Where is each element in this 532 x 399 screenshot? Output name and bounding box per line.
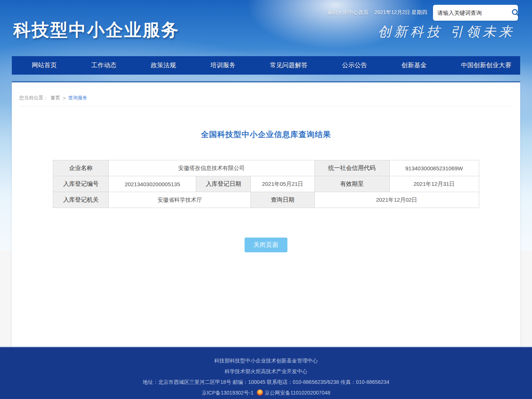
query-result-table: 企业名称 安徽塔孜信息技术有限公司 统一社会信用代码 9134030008523… (53, 160, 479, 208)
registration-number-value: 202134030200005135 (109, 176, 196, 192)
top-bar: 返回火炬中心首页 2021年12月2日 星期四 (327, 4, 518, 21)
breadcrumb-divider (19, 106, 513, 106)
registration-authority-label: 入库登记机关 (53, 192, 109, 208)
police-record-link[interactable]: 京公网安备11010202007048 (265, 390, 330, 396)
back-to-torch-home-link[interactable]: 返回火炬中心首页 (327, 9, 369, 16)
page-title: 全国科技型中小企业信息库查询结果 (12, 129, 520, 140)
nav-item-work-news[interactable]: 工作动态 (88, 56, 120, 75)
site-slogan: 创新科技 引领未来 (378, 23, 515, 41)
current-date: 2021年12月2日 星期四 (375, 9, 427, 16)
registration-date-label: 入库登记日期 (196, 176, 251, 192)
magnifier-icon[interactable] (511, 8, 520, 17)
registration-date-value: 2021年05月21日 (251, 176, 314, 192)
search-box (433, 5, 518, 21)
nav-item-announcements[interactable]: 公示公告 (338, 56, 371, 75)
query-date-label: 查询日期 (251, 192, 314, 208)
nav-item-policies[interactable]: 政策法规 (147, 56, 180, 75)
valid-until-value: 2021年12月31日 (389, 176, 479, 192)
enterprise-name-label: 企业名称 (53, 160, 109, 176)
registration-authority-value: 安徽省科学技术厅 (109, 192, 251, 208)
credit-code-label: 统一社会信用代码 (314, 160, 389, 176)
breadcrumb-prefix: 您当前位置： (19, 95, 48, 101)
nav-item-innovation-competition[interactable]: 中国创新创业大赛 (457, 56, 515, 75)
footer-org-line-2: 科学技术部火炬高技术产业开发中心 (0, 368, 532, 375)
nav-item-innovation-fund[interactable]: 创新基金 (398, 56, 430, 75)
nav-item-home[interactable]: 网站首页 (28, 56, 61, 75)
table-row: 入库登记机关 安徽省科学技术厅 查询日期 2021年12月02日 (53, 192, 479, 208)
breadcrumb: 您当前位置： 首页 > 查询服务 (19, 95, 513, 101)
table-row: 入库登记编号 202134030200005135 入库登记日期 2021年05… (53, 176, 479, 192)
page-footer: 科技部科技型中小企业技术创新基金管理中心 科学技术部火炬高技术产业开发中心 地址… (0, 347, 532, 399)
enterprise-name-value: 安徽塔孜信息技术有限公司 (109, 160, 314, 176)
icp-record-link[interactable]: 京ICP备13019302号-1 (202, 390, 253, 396)
breadcrumb-separator: > (63, 95, 66, 101)
search-input[interactable] (437, 10, 511, 16)
content-card: 您当前位置： 首页 > 查询服务 全国科技型中小企业信息库查询结果 企业名称 安… (12, 81, 520, 347)
breadcrumb-current-link[interactable]: 查询服务 (68, 95, 88, 101)
nav-item-training[interactable]: 培训服务 (207, 56, 239, 75)
table-row: 企业名称 安徽塔孜信息技术有限公司 统一社会信用代码 9134030008523… (53, 160, 479, 176)
credit-code-value: 91340300085231069W (389, 160, 479, 176)
footer-org-line-1: 科技部科技型中小企业技术创新基金管理中心 (0, 357, 532, 364)
query-date-value: 2021年12月02日 (314, 192, 479, 208)
breadcrumb-home-link[interactable]: 首页 (51, 95, 60, 101)
main-navigation: 网站首页 工作动态 政策法规 培训服务 常见问题解答 公示公告 创新基金 中国创… (12, 56, 520, 75)
nav-item-faq[interactable]: 常见问题解答 (266, 56, 311, 75)
site-logo[interactable]: 科技型中小企业服务 (13, 18, 180, 42)
footer-address-line: 地址：北京市西城区三里河二区甲18号 邮编：100045 联系电话：010-88… (0, 378, 532, 386)
police-badge-icon (257, 389, 263, 396)
registration-number-label: 入库登记编号 (53, 176, 109, 192)
valid-until-label: 有效期至 (314, 176, 389, 192)
close-page-button[interactable]: 关闭页面 (245, 238, 287, 252)
footer-record-line: 京ICP备13019302号-1京公网安备11010202007048 (0, 389, 532, 396)
